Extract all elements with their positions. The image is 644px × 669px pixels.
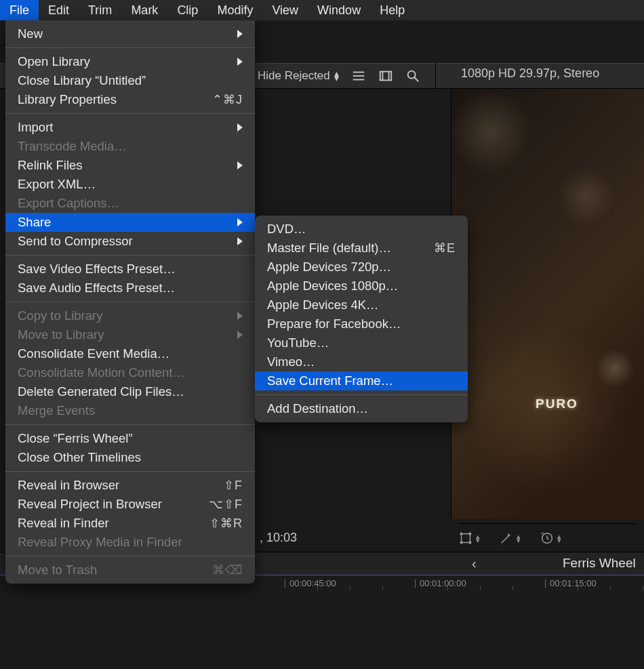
- viewer-canvas: [451, 89, 644, 519]
- file-menu-separator: [5, 424, 255, 425]
- file-menu-item-close-other-timelines[interactable]: Close Other Timelines: [5, 448, 255, 467]
- timecode-display: , 10:03: [260, 531, 297, 545]
- menu-item-label: Consolidate Event Media…: [18, 346, 169, 361]
- search-icon[interactable]: [405, 68, 420, 83]
- list-view-icon[interactable]: [351, 68, 366, 83]
- menu-item-label: Merge Events: [18, 403, 95, 418]
- file-menu-separator: [5, 47, 255, 48]
- menu-item-label: Add Destination…: [267, 401, 368, 416]
- share-menu-item-dvd[interactable]: DVD…: [255, 220, 468, 239]
- menu-item-label: Import: [18, 120, 53, 135]
- file-menu-item-close-ferris-wheel[interactable]: Close “Ferris Wheel”: [5, 429, 255, 448]
- file-menu-item-send-to-compressor[interactable]: Send to Compressor: [5, 232, 255, 251]
- retime-tool-dropdown[interactable]: ▴▾: [540, 531, 561, 546]
- svg-point-10: [469, 533, 471, 535]
- menubar-item-modify[interactable]: Modify: [207, 0, 262, 20]
- menu-item-label: New: [18, 26, 43, 41]
- share-menu-item-add-destination[interactable]: Add Destination…: [255, 399, 468, 418]
- file-menu-item-reveal-in-browser[interactable]: Reveal in Browser⇧F: [5, 476, 255, 495]
- share-menu-item-master-file-default[interactable]: Master File (default)…⌘E: [255, 239, 468, 258]
- menu-item-shortcut: ⌘E: [434, 241, 456, 256]
- file-menu-item-share[interactable]: Share: [5, 213, 255, 232]
- share-menu-item-apple-devices-1080p[interactable]: Apple Devices 1080p…: [255, 277, 468, 296]
- menu-item-label: Transcode Media…: [18, 139, 127, 154]
- svg-point-6: [407, 71, 415, 79]
- menu-item-shortcut: ⌘⌫: [212, 563, 243, 577]
- ruler-tick-label: 00:01:00:00: [420, 578, 466, 588]
- menu-item-label: Save Video Effects Preset…: [18, 262, 176, 277]
- menubar-item-mark[interactable]: Mark: [121, 0, 167, 20]
- menu-item-label: Export Captions…: [18, 196, 119, 211]
- menubar-item-help[interactable]: Help: [370, 0, 414, 20]
- enhance-tool-dropdown[interactable]: ▴▾: [499, 531, 521, 546]
- transform-tool-dropdown[interactable]: ▴▾: [458, 531, 480, 546]
- file-menu-item-merge-events: Merge Events: [5, 401, 255, 420]
- share-submenu-dropdown: DVD…Master File (default)…⌘EApple Device…: [255, 216, 468, 422]
- menu-item-label: Export XML…: [18, 177, 96, 192]
- share-menu-item-vimeo[interactable]: Vimeo…: [255, 352, 468, 371]
- file-menu-separator: [5, 302, 255, 302]
- file-menu-item-consolidate-event-media[interactable]: Consolidate Event Media…: [5, 344, 255, 363]
- file-menu-item-new[interactable]: New: [5, 24, 255, 43]
- ruler-subtick: [447, 586, 448, 590]
- file-menu-item-save-audio-effects-preset[interactable]: Save Audio Effects Preset…: [5, 279, 255, 298]
- menubar-item-view[interactable]: View: [262, 0, 308, 20]
- ruler-subtick: [350, 586, 350, 590]
- menu-item-label: Consolidate Motion Content…: [18, 365, 185, 380]
- file-menu-item-reveal-project-in-browser[interactable]: Reveal Project in Browser⌥⇧F: [5, 495, 255, 514]
- file-menu-item-move-to-library: Move to Library: [5, 325, 255, 344]
- file-menu-item-delete-generated-clip-files[interactable]: Delete Generated Clip Files…: [5, 382, 255, 401]
- menu-item-shortcut: ⇧⌘R: [209, 516, 243, 531]
- filmstrip-view-icon[interactable]: [378, 68, 393, 83]
- updown-icon: ▴▾: [517, 534, 521, 542]
- menu-item-label: Close Library “Untitled”: [18, 73, 146, 88]
- timeline-history-back-button[interactable]: ‹: [472, 556, 477, 571]
- svg-point-12: [469, 542, 471, 544]
- menubar-item-window[interactable]: Window: [308, 0, 370, 20]
- share-menu-item-save-current-frame[interactable]: Save Current Frame…: [255, 371, 468, 390]
- file-menu-item-open-library[interactable]: Open Library: [5, 52, 255, 71]
- file-menu-separator: [5, 113, 255, 114]
- timeline[interactable]: 00:00:45:0000:01:00:0000:01:15:00: [0, 575, 644, 669]
- file-menu-item-move-to-trash: Move to Trash⌘⌫: [5, 561, 255, 580]
- file-menu-item-export-xml[interactable]: Export XML…: [5, 175, 255, 194]
- file-menu-dropdown: NewOpen LibraryClose Library “Untitled”L…: [5, 20, 255, 584]
- menu-item-label: Master File (default)…: [267, 241, 391, 256]
- menubar-item-edit[interactable]: Edit: [39, 0, 79, 20]
- submenu-arrow-icon: [237, 237, 243, 245]
- menubar-item-trim[interactable]: Trim: [79, 0, 121, 20]
- submenu-arrow-icon: [237, 312, 243, 320]
- file-menu-item-save-video-effects-preset[interactable]: Save Video Effects Preset…: [5, 260, 255, 279]
- menubar: FileEditTrimMarkClipModifyViewWindowHelp: [0, 0, 644, 20]
- file-menu-item-consolidate-motion-content: Consolidate Motion Content…: [5, 363, 255, 382]
- share-menu-item-youtube[interactable]: YouTube…: [255, 333, 468, 352]
- menu-item-label: Apple Devices 4K…: [267, 298, 379, 312]
- share-menu-item-apple-devices-720p[interactable]: Apple Devices 720p…: [255, 258, 468, 277]
- svg-rect-3: [380, 72, 392, 81]
- file-menu-item-copy-to-library: Copy to Library: [5, 306, 255, 325]
- svg-line-7: [415, 78, 419, 82]
- menubar-item-file[interactable]: File: [0, 0, 39, 20]
- file-menu-item-relink-files[interactable]: Relink Files: [5, 156, 255, 175]
- viewer-format-info: 1080p HD 29.97p, Stereo: [461, 66, 599, 81]
- file-menu-item-import[interactable]: Import: [5, 118, 255, 137]
- submenu-arrow-icon: [237, 331, 243, 339]
- share-menu-item-apple-devices-4k[interactable]: Apple Devices 4K…: [255, 296, 468, 315]
- updown-icon: ▴▾: [334, 71, 339, 81]
- updown-icon: ▴▾: [557, 534, 561, 542]
- menu-item-label: Move to Trash: [18, 563, 97, 577]
- ruler-tick: 00:00:45:00: [285, 578, 336, 588]
- file-menu-separator: [5, 471, 255, 472]
- file-menu-separator: [5, 255, 255, 256]
- ruler-tick: 00:01:00:00: [415, 578, 466, 588]
- menu-item-label: Apple Devices 1080p…: [267, 279, 398, 293]
- menu-item-label: Relink Files: [18, 158, 83, 173]
- share-menu-item-prepare-for-facebook[interactable]: Prepare for Facebook…: [255, 315, 468, 333]
- file-menu-item-close-library-untitled[interactable]: Close Library “Untitled”: [5, 71, 255, 90]
- file-menu-item-reveal-proxy-media-in-finder: Reveal Proxy Media in Finder: [5, 533, 255, 552]
- file-menu-item-library-properties[interactable]: Library Properties⌃⌘J: [5, 90, 255, 109]
- clip-filter-dropdown[interactable]: Hide Rejected ▴▾: [258, 69, 339, 83]
- menubar-item-clip[interactable]: Clip: [167, 0, 207, 20]
- file-menu-item-reveal-in-finder[interactable]: Reveal in Finder⇧⌘R: [5, 514, 255, 533]
- ruler-subtick: [512, 586, 513, 590]
